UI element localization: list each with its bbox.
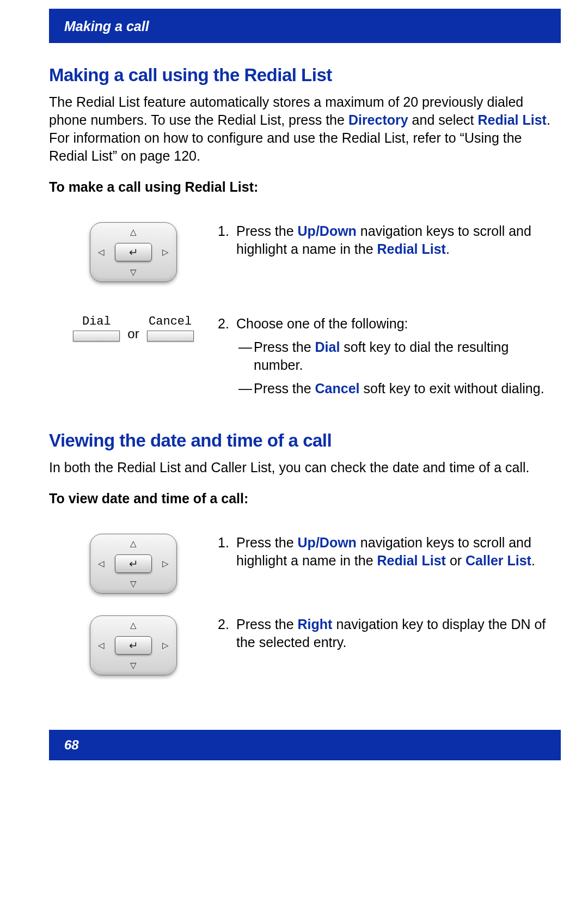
link-right: Right <box>298 617 333 632</box>
link-directory: Directory <box>348 112 408 127</box>
text: Press the <box>254 381 315 396</box>
arrow-left-icon: ◁ <box>98 640 105 650</box>
step-number: 1. <box>218 534 236 552</box>
cancel-label: Cancel <box>149 315 192 328</box>
enter-button-icon: ↵ <box>115 636 152 655</box>
dash-icon: — <box>238 338 254 374</box>
cancel-softkey: Cancel <box>147 315 194 341</box>
arrow-up-icon: △ <box>130 539 137 548</box>
or-text: or <box>127 326 139 341</box>
text: soft key to exit without dialing. <box>360 381 544 396</box>
link-up-down: Up/Down <box>298 535 357 550</box>
navpad-illustration: △ ▽ ◁ ▷ ↵ <box>49 615 218 675</box>
section2-intro: In both the Redial List and Caller List,… <box>49 459 555 477</box>
bullet-body: Press the Dial soft key to dial the resu… <box>254 338 555 374</box>
page-number: 68 <box>64 737 79 752</box>
section1-step1: △ ▽ ◁ ▷ ↵ 1.Press the Up/Down navigation… <box>49 222 555 282</box>
page-content: Making a call using the Redial List The … <box>0 65 588 675</box>
arrow-right-icon: ▷ <box>162 559 169 569</box>
arrow-up-icon: △ <box>130 620 137 630</box>
step-text: 1.Press the Up/Down navigation keys to s… <box>218 534 555 570</box>
text: Choose one of the following: <box>236 316 408 331</box>
link-redial-list: Redial List <box>478 112 547 127</box>
arrow-down-icon: ▽ <box>130 267 137 277</box>
arrow-right-icon: ▷ <box>162 247 169 257</box>
sub-bullet-1: — Press the Dial soft key to dial the re… <box>218 338 555 374</box>
bullet-body: Press the Cancel soft key to exit withou… <box>254 380 555 398</box>
link-dial: Dial <box>315 339 340 355</box>
section2-step1: △ ▽ ◁ ▷ ↵ 1.Press the Up/Down navigation… <box>49 534 555 594</box>
arrow-down-icon: ▽ <box>130 579 137 589</box>
arrow-right-icon: ▷ <box>162 640 169 650</box>
step-text: 2.Choose one of the following: — Press t… <box>218 315 555 398</box>
step-number: 2. <box>218 315 236 333</box>
link-cancel: Cancel <box>315 381 360 396</box>
header-bar: Making a call <box>49 9 561 43</box>
arrow-left-icon: ◁ <box>98 559 105 569</box>
text: Press the <box>254 339 315 355</box>
softkeys-group: Dial or Cancel <box>73 315 193 341</box>
sub-bullet-2: — Press the Cancel soft key to exit with… <box>218 380 555 398</box>
arrow-left-icon: ◁ <box>98 247 105 257</box>
nav-pad-icon: △ ▽ ◁ ▷ ↵ <box>90 615 177 675</box>
navpad-illustration: △ ▽ ◁ ▷ ↵ <box>49 534 218 594</box>
enter-button-icon: ↵ <box>115 554 152 573</box>
text: . <box>446 241 450 257</box>
link-redial-list: Redial List <box>377 553 446 568</box>
link-up-down: Up/Down <box>298 223 357 239</box>
enter-button-icon: ↵ <box>115 243 152 261</box>
link-redial-list: Redial List <box>377 241 446 257</box>
section1-title: Making a call using the Redial List <box>49 65 555 86</box>
step-number: 1. <box>218 222 236 240</box>
section2-title: Viewing the date and time of a call <box>49 430 555 451</box>
softkeys-illustration: Dial or Cancel <box>49 315 218 341</box>
section1-subhead: To make a call using Redial List: <box>49 179 555 195</box>
section2-subhead: To view date and time of a call: <box>49 491 555 507</box>
step-text: 1.Press the Up/Down navigation keys to s… <box>218 222 555 258</box>
step-number: 2. <box>218 615 236 633</box>
header-title: Making a call <box>64 19 149 34</box>
dial-button-icon <box>73 331 120 341</box>
text: . <box>531 553 535 568</box>
step-body: Press the Up/Down navigation keys to scr… <box>236 222 552 258</box>
text: and select <box>408 112 478 127</box>
footer-bar: 68 <box>49 730 561 760</box>
cancel-button-icon <box>147 331 194 341</box>
step-body: Press the Up/Down navigation keys to scr… <box>236 534 552 570</box>
step-body: Choose one of the following: <box>236 315 552 333</box>
nav-pad-icon: △ ▽ ◁ ▷ ↵ <box>90 222 177 282</box>
navpad-illustration: △ ▽ ◁ ▷ ↵ <box>49 222 218 282</box>
text: or <box>446 553 465 568</box>
arrow-down-icon: ▽ <box>130 661 137 670</box>
section1-step2: Dial or Cancel 2.Choose one of the follo… <box>49 315 555 398</box>
step-text: 2.Press the Right navigation key to disp… <box>218 615 555 651</box>
section1-intro: The Redial List feature automatically st… <box>49 93 555 165</box>
nav-pad-icon: △ ▽ ◁ ▷ ↵ <box>90 534 177 594</box>
dial-label: Dial <box>82 315 111 328</box>
step-body: Press the Right navigation key to displa… <box>236 615 552 651</box>
text: Press the <box>236 535 298 550</box>
link-caller-list: Caller List <box>465 553 531 568</box>
dash-icon: — <box>238 380 254 398</box>
dial-softkey: Dial <box>73 315 120 341</box>
section2-step2: △ ▽ ◁ ▷ ↵ 2.Press the Right navigation k… <box>49 615 555 675</box>
text: Press the <box>236 223 298 239</box>
text: Press the <box>236 617 298 632</box>
arrow-up-icon: △ <box>130 227 137 237</box>
